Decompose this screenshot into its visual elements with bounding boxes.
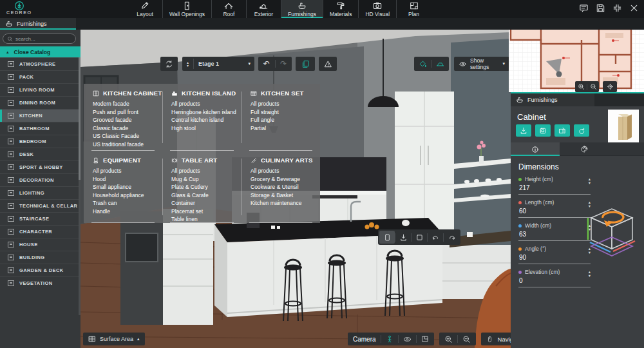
sidebar-item-lighting[interactable]: LIGHTING [0,186,80,199]
sidebar-item-garden-deck[interactable]: GARDEN & DECK [0,264,80,276]
menu-link[interactable]: Hood [93,175,157,184]
inspector-tab-furnishings[interactable]: Furnishings [511,93,594,106]
menu-link[interactable]: Modern facade [93,100,157,108]
menu-link[interactable]: Kitchen maintenance [251,199,315,208]
menu-link[interactable]: Table linen [171,215,236,224]
close-icon[interactable] [629,3,639,13]
undo-button[interactable]: ↶ [258,57,275,71]
close-catalog-button[interactable]: ▴ Close Catalog [0,46,80,57]
menu-link[interactable]: Small appliance [93,183,157,191]
sidebar-item-staircase[interactable]: STAIRCASE [0,212,80,225]
tab-finishes[interactable] [560,142,609,156]
sidebar-item-character[interactable]: CHARACTER [0,225,80,238]
object-thumbnail[interactable] [608,110,639,143]
tab-layout[interactable]: Layout [128,0,162,18]
redo-button[interactable]: ↷ [276,57,292,71]
minimap-zoom-out-button[interactable] [587,81,599,92]
rotate-object-button[interactable] [574,124,589,137]
menu-link[interactable]: All products [171,100,236,108]
eye-level-view-button[interactable] [386,335,393,343]
menu-link[interactable]: Partial [251,124,315,133]
menu-link[interactable]: Placemat set [171,208,236,216]
menu-link[interactable]: Trash can [93,199,157,208]
menu-link[interactable]: Grocery & Beverage [251,175,315,184]
tab-furnishings[interactable]: Furnishings [281,0,323,18]
menu-link[interactable]: Container [171,199,236,208]
angle-field[interactable]: Angle (°) 90 ▴▾ [518,246,591,264]
menu-link[interactable]: High stool [171,124,236,133]
minimap-zoom-in-button[interactable] [575,81,587,92]
menu-link[interactable]: All products [251,100,315,108]
menu-link[interactable]: Glass & Carafe [171,191,236,200]
tab-wall-openings[interactable]: Wall Openings [162,0,211,18]
tab-materials[interactable]: Materials [323,0,358,18]
paint-bucket-button[interactable] [414,60,431,68]
warning-button[interactable] [319,57,337,71]
viewport-3d[interactable]: ▴▾ Etage 1 ▾ ↶ ↷ Show settings ▾ [80,30,511,348]
sidebar-scrollbar[interactable] [79,57,80,315]
sync-button[interactable] [160,57,178,71]
sidebar-item-dining-room[interactable]: DINING ROOM [0,96,80,109]
sidebar-item-desk[interactable]: DESK [0,148,80,160]
menu-link[interactable]: US traditional facade [93,140,157,149]
menu-link[interactable]: Handle [93,208,157,216]
elevation-field[interactable]: Elevation (cm) 0 ▴▾ [518,269,591,287]
furnishings-catalog-tab[interactable]: Furnishings [0,18,76,30]
sidebar-item-pack[interactable]: PACK [0,70,80,83]
save-button[interactable] [596,3,605,13]
surface-area-button[interactable]: Surface Area ▴ [83,333,145,345]
menu-link[interactable]: US Classic Facade [93,132,157,140]
show-settings-button[interactable]: Show settings ▾ [454,57,509,71]
tab-hd-visual[interactable]: HD Visual [358,0,396,18]
replace-object-button[interactable] [554,124,570,137]
floor-selector[interactable]: ▴▾ Etage 1 ▾ [182,57,254,71]
menu-link[interactable]: Central kitchen island [171,116,236,124]
sidebar-item-living-room[interactable]: LIVING ROOM [0,83,80,96]
menu-link[interactable]: Push and pull front [93,108,157,117]
rotate-left-button[interactable] [428,231,443,244]
sidebar-item-building[interactable]: BUILDING [0,251,80,264]
menu-link[interactable]: All products [171,167,236,175]
menu-link[interactable]: Plate & Cutlery [171,183,236,191]
feedback-button[interactable] [579,3,589,13]
sidebar-item-sport-hobby[interactable]: SPORT & HOBBY [0,160,80,173]
navigate-button[interactable]: Navigate ▴ [481,333,511,345]
floor-spinner[interactable]: ▴▾ [182,59,194,69]
tab-exterior[interactable]: Exterior [246,0,281,18]
pin-to-floor-button[interactable] [516,124,531,137]
zoom-in-button[interactable] [444,335,453,343]
select-object-button[interactable] [379,231,395,244]
sidebar-item-bathroom[interactable]: BATHROOM [0,122,80,135]
minimap-recenter-button[interactable] [603,81,617,92]
menu-link[interactable]: Mug & Cup [171,175,236,184]
tab-info[interactable] [511,142,560,156]
length-field[interactable]: Length (cm) 60 ▴▾ [518,199,591,218]
menu-link[interactable]: Full straight [251,108,315,117]
height-stepper[interactable]: ▴▾ [589,178,591,185]
sidebar-item-bedroom[interactable]: BEDROOM [0,135,80,148]
sidebar-item-technical-cellar[interactable]: TECHNICAL & CELLAR [0,199,80,212]
tab-roof[interactable]: Roof [211,0,246,18]
aerial-view-button[interactable] [403,335,412,343]
elevation-stepper[interactable]: ▴▾ [589,271,591,278]
roof-tool-button[interactable] [432,60,450,68]
search-input[interactable] [15,36,71,42]
menu-link[interactable]: Grooved facade [93,116,157,124]
duplicate-object-button[interactable] [412,231,427,244]
menu-link[interactable]: All products [93,167,157,175]
menu-link[interactable]: Herringbone kitchen island [171,108,236,117]
sidebar-item-kitchen[interactable]: KITCHEN [0,109,80,122]
frame-object-button[interactable] [535,124,551,137]
zoom-out-button[interactable] [462,335,471,343]
width-field[interactable]: Width (cm) 63 ▴▾ [518,222,591,241]
sidebar-item-atmosphere[interactable]: ATMOSPHERE [0,57,80,70]
menu-link[interactable]: Cookware & Utensil [251,183,315,191]
menu-link[interactable]: Storage & Basket [251,191,315,200]
height-field[interactable]: Height (cm) 217 ▴▾ [518,176,591,195]
sidebar-item-decoration[interactable]: DECORATION [0,173,80,186]
compress-icon[interactable] [612,3,622,13]
duplicate-floor-button[interactable] [296,57,315,71]
menu-link[interactable]: Classic facade [93,124,157,133]
rotate-right-button[interactable] [444,231,459,244]
menu-link[interactable]: All products [251,167,315,175]
